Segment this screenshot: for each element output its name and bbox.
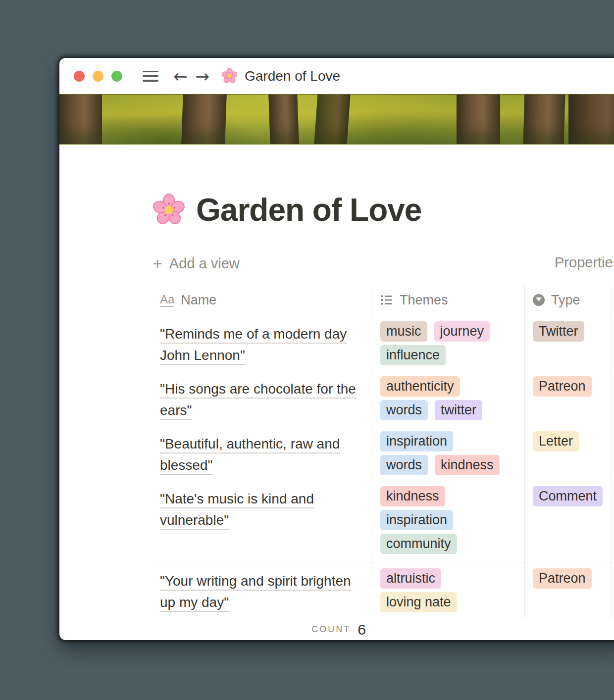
type-tag: Patreon xyxy=(533,376,592,397)
theme-tag: loving nate xyxy=(380,592,457,612)
table-header-row: Aa Name Themes xyxy=(153,285,614,315)
cherry-blossom-icon xyxy=(221,68,238,84)
minimize-button[interactable] xyxy=(93,71,103,82)
column-header-type[interactable]: Type xyxy=(525,285,612,315)
close-button[interactable] xyxy=(74,71,85,82)
type-tag: Patreon xyxy=(533,568,592,589)
cherry-blossom-icon xyxy=(153,194,185,226)
database-table: Aa Name Themes xyxy=(153,285,614,640)
tree-trunk xyxy=(314,94,351,145)
name-cell[interactable]: "Beautiful, authentic, raw and blessed" xyxy=(153,425,372,480)
column-header-name[interactable]: Aa Name xyxy=(153,285,372,315)
theme-tag: twitter xyxy=(435,400,482,420)
menu-icon[interactable] xyxy=(143,71,158,82)
window-titlebar: ← → Garden of Love xyxy=(59,58,614,94)
text-icon: Aa xyxy=(160,293,174,306)
tree-trunk xyxy=(181,94,227,145)
forward-icon[interactable]: → xyxy=(196,68,210,85)
column-header-themes[interactable]: Themes xyxy=(372,285,525,315)
tree-trunk xyxy=(568,94,614,145)
theme-tag: words xyxy=(380,455,428,475)
theme-tag: inspiration xyxy=(380,431,453,451)
window-title: Garden of Love xyxy=(245,68,340,84)
table-row: "Nate's music is kind and vulnerable" ki… xyxy=(153,480,614,562)
tree-trunk xyxy=(457,94,500,145)
table-footer[interactable]: COUNT 6 xyxy=(153,617,525,640)
view-toolbar: + Add a view Properties xyxy=(153,254,614,272)
list-icon xyxy=(380,294,393,306)
zoom-button[interactable] xyxy=(111,71,122,82)
type-cell[interactable]: Letter xyxy=(525,425,612,480)
type-tag: Twitter xyxy=(533,321,584,342)
tree-trunk xyxy=(59,94,102,145)
name-cell[interactable]: "Your writing and spirit brighten up my … xyxy=(153,562,372,617)
select-icon xyxy=(533,294,545,306)
type-cell[interactable]: Twitter xyxy=(525,315,612,370)
table-row: "Reminds me of a modern day John Lennon"… xyxy=(153,315,614,370)
theme-tag: community xyxy=(380,534,457,554)
count-label: COUNT xyxy=(311,624,351,635)
theme-tag: inspiration xyxy=(380,510,453,530)
theme-tag: journey xyxy=(434,321,490,342)
theme-tag: music xyxy=(380,321,427,342)
properties-button[interactable]: Properties xyxy=(555,254,614,271)
tree-trunk xyxy=(523,94,565,145)
themes-cell[interactable]: altruistic loving nate xyxy=(372,562,525,617)
type-tag: Letter xyxy=(533,431,579,451)
tree-trunk xyxy=(268,94,299,145)
theme-tag: kindness xyxy=(380,486,445,506)
cover-image xyxy=(59,94,614,145)
theme-tag: altruistic xyxy=(380,568,441,589)
type-cell[interactable]: Patreon xyxy=(525,562,612,617)
plus-icon: + xyxy=(153,254,162,273)
table-row: "Beautiful, authentic, raw and blessed" … xyxy=(153,425,614,480)
themes-cell[interactable]: authenticity words twitter xyxy=(372,370,525,425)
page-title-text: Garden of Love xyxy=(196,192,421,228)
type-cell[interactable]: Comment xyxy=(525,480,612,562)
add-view-button[interactable]: + Add a view xyxy=(153,254,240,273)
name-cell[interactable]: "Nate's music is kind and vulnerable" xyxy=(153,480,372,562)
themes-cell[interactable]: music journey influence xyxy=(372,315,525,370)
theme-tag: authenticity xyxy=(380,376,460,397)
theme-tag: words xyxy=(380,400,428,420)
name-cell[interactable]: "Reminds me of a modern day John Lennon" xyxy=(153,315,372,370)
table-row: "Your writing and spirit brighten up my … xyxy=(153,562,614,617)
themes-cell[interactable]: inspiration words kindness xyxy=(372,425,525,480)
themes-cell[interactable]: kindness inspiration community xyxy=(372,480,525,562)
name-cell[interactable]: "His songs are chocolate for the ears" xyxy=(153,370,372,425)
theme-tag: influence xyxy=(380,345,446,365)
desktop-background: ← → Garden of Love xyxy=(0,0,614,700)
type-tag: Comment xyxy=(533,486,603,506)
table-row: "His songs are chocolate for the ears" a… xyxy=(153,370,614,425)
count-value: 6 xyxy=(358,621,366,638)
app-window: ← → Garden of Love xyxy=(59,58,614,640)
page-title: Garden of Love xyxy=(153,192,614,228)
type-cell[interactable]: Patreon xyxy=(525,370,612,425)
back-icon[interactable]: ← xyxy=(173,68,188,85)
theme-tag: kindness xyxy=(435,455,500,475)
